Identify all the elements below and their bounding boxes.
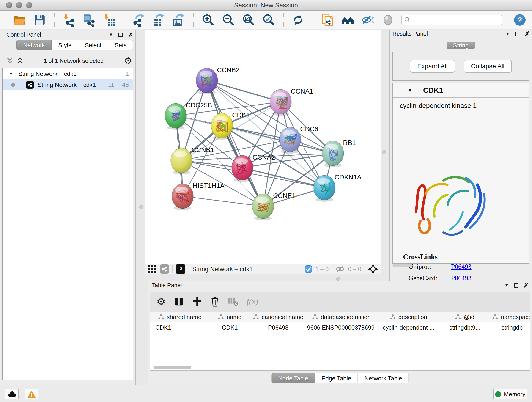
open-session-button[interactable] bbox=[13, 13, 26, 27]
crosslink-link[interactable]: P06493 bbox=[451, 263, 472, 270]
zoom-out-button[interactable] bbox=[222, 13, 235, 27]
zoom-selected-icon bbox=[262, 13, 275, 27]
close-panel-icon[interactable]: ✗ bbox=[524, 283, 529, 288]
close-panel-icon[interactable]: ✗ bbox=[128, 32, 133, 37]
column-header-shared-name[interactable]: shared name bbox=[150, 312, 209, 322]
float-panel-icon[interactable] bbox=[514, 283, 519, 288]
table-cell[interactable]: stringdb:9... bbox=[442, 322, 488, 333]
network-row-selected[interactable]: String Network – cdk1 11 48 bbox=[3, 79, 133, 90]
collapse-all-button[interactable]: Collapse All bbox=[464, 60, 512, 73]
zoom-in-button[interactable] bbox=[202, 13, 215, 27]
expand-all-icon[interactable] bbox=[17, 57, 23, 64]
zoom-fit-icon bbox=[242, 13, 255, 27]
zoom-fit-content-button[interactable] bbox=[242, 13, 255, 27]
node-details-header[interactable]: ▼ CDK1 bbox=[393, 83, 529, 98]
table-cell[interactable]: P06493 bbox=[250, 322, 306, 333]
column-header-name[interactable]: name bbox=[209, 312, 250, 322]
import-network-from-database-button[interactable] bbox=[82, 13, 96, 27]
string-view-icon[interactable] bbox=[160, 264, 169, 274]
delete-table-icon[interactable] bbox=[228, 297, 238, 306]
detach-view-button[interactable] bbox=[176, 264, 185, 274]
open-home-pages-button[interactable] bbox=[341, 13, 354, 27]
results-scrollbar-thumb[interactable] bbox=[393, 264, 413, 267]
node-CCNB1[interactable] bbox=[171, 148, 192, 174]
panel-menu-icon[interactable]: ▼ bbox=[109, 32, 114, 37]
table-options-gear-icon[interactable]: ⚙ bbox=[157, 297, 165, 306]
column-header-namespace[interactable]: namespace bbox=[488, 312, 530, 322]
tab-edge-table[interactable]: Edge Table bbox=[315, 373, 358, 383]
node-HIST1H1A[interactable] bbox=[172, 184, 193, 210]
edge-CCNB2-CCNA1[interactable] bbox=[207, 80, 281, 102]
export-image-button[interactable] bbox=[172, 13, 186, 27]
table-cell[interactable]: CDK1 bbox=[209, 322, 250, 333]
save-session-button[interactable] bbox=[33, 13, 46, 27]
show-columns-icon[interactable] bbox=[174, 296, 184, 307]
import-table-from-file-button[interactable] bbox=[103, 13, 116, 27]
search-input[interactable] bbox=[412, 16, 500, 24]
network-canvas[interactable]: CCNB2CCNA1CDC25BCDK1CDC6RB1CCNB1CCNA2CDK… bbox=[145, 30, 381, 264]
right-splitter-handle[interactable] bbox=[382, 150, 386, 154]
add-column-icon[interactable] bbox=[192, 296, 202, 307]
node-CCNB2[interactable] bbox=[196, 68, 218, 95]
grid-view-icon[interactable] bbox=[148, 265, 157, 274]
collection-expand-icon[interactable]: ▼ bbox=[3, 71, 13, 76]
tab-select[interactable]: Select bbox=[78, 40, 108, 50]
edge-HIST1H1A-CCNE1[interactable] bbox=[183, 196, 263, 206]
table-cell[interactable]: 9606.ENSP00000378699 bbox=[306, 322, 375, 333]
tab-style[interactable]: Style bbox=[51, 40, 78, 50]
column-header-canonical-name[interactable]: canonical name bbox=[250, 312, 306, 322]
node-CDC25B[interactable] bbox=[165, 103, 186, 130]
tab-sets[interactable]: Sets bbox=[108, 40, 133, 50]
bottom-splitter-handle[interactable] bbox=[336, 277, 340, 281]
collapse-all-icon[interactable] bbox=[6, 57, 13, 64]
entry-expand-icon[interactable]: ▼ bbox=[408, 88, 412, 93]
close-panel-icon[interactable]: ✗ bbox=[525, 32, 530, 36]
table-cell[interactable]: cyclin-dependent ... bbox=[375, 322, 442, 333]
tab-node-table[interactable]: Node Table bbox=[272, 373, 315, 383]
tab-network[interactable]: Network bbox=[17, 40, 51, 50]
node-CCNA2[interactable] bbox=[232, 155, 253, 182]
export-table-button[interactable] bbox=[152, 13, 165, 27]
network-collection-row[interactable]: ▼ String Network – cdk1 1 bbox=[3, 68, 133, 79]
show-hide-graphics-details-button[interactable] bbox=[361, 13, 374, 27]
node-CCNE1[interactable] bbox=[252, 194, 274, 220]
table-hscrollbar-thumb[interactable] bbox=[153, 366, 191, 369]
network-options-gear-icon[interactable]: ⚙ bbox=[124, 56, 132, 65]
network-graph[interactable]: CCNB2CCNA1CDC25BCDK1CDC6RB1CCNB1CCNA2CDK… bbox=[145, 30, 381, 264]
left-splitter-handle[interactable] bbox=[139, 205, 143, 209]
table-cell[interactable]: stringdb bbox=[488, 322, 530, 333]
first-steps-guide-button[interactable] bbox=[321, 13, 334, 27]
delete-column-icon[interactable] bbox=[210, 296, 220, 307]
hidden-eye-icon[interactable] bbox=[335, 265, 345, 273]
tab-network-table[interactable]: Network Table bbox=[358, 373, 409, 383]
tab-string[interactable]: String bbox=[447, 42, 475, 49]
selected-checkbox-icon[interactable] bbox=[305, 265, 312, 273]
function-builder-icon[interactable]: f(x) bbox=[247, 297, 258, 306]
node-table[interactable]: shared namenamecanonical namedatabase id… bbox=[150, 312, 530, 370]
toolbar-search-field[interactable] bbox=[401, 15, 502, 25]
column-header-database-identifier[interactable]: database identifier bbox=[306, 312, 375, 322]
float-panel-icon[interactable] bbox=[118, 32, 123, 37]
column-header--id[interactable]: @id bbox=[442, 312, 488, 322]
birds-eye-view-icon[interactable] bbox=[368, 264, 378, 274]
help-button[interactable]: ? bbox=[513, 13, 526, 27]
table-row[interactable]: CDK1CDK1P064939606.ENSP00000378699cyclin… bbox=[150, 322, 530, 333]
table-cell[interactable]: CDK1 bbox=[150, 322, 209, 333]
expand-all-button[interactable]: Expand All bbox=[410, 60, 455, 73]
memory-status-button[interactable]: Memory bbox=[493, 389, 527, 400]
import-network-from-file-button[interactable] bbox=[62, 13, 76, 27]
panel-menu-icon[interactable]: ▼ bbox=[505, 31, 510, 36]
node-CCNA1[interactable] bbox=[270, 89, 291, 116]
node-RB1[interactable] bbox=[322, 141, 344, 167]
zoom-selected-button[interactable] bbox=[262, 13, 275, 27]
warning-status-button[interactable] bbox=[25, 389, 38, 400]
panel-menu-icon[interactable]: ▼ bbox=[505, 283, 509, 288]
protein-structure-image bbox=[409, 165, 496, 246]
node-CDKN1A[interactable] bbox=[314, 175, 335, 202]
cloud-status-button[interactable] bbox=[5, 389, 19, 400]
apply-preferred-layout-button[interactable] bbox=[291, 13, 305, 27]
render-mode-button[interactable] bbox=[381, 13, 394, 27]
column-header-description[interactable]: description bbox=[375, 312, 442, 322]
export-network-button[interactable] bbox=[132, 13, 145, 27]
float-panel-icon[interactable] bbox=[515, 32, 519, 36]
